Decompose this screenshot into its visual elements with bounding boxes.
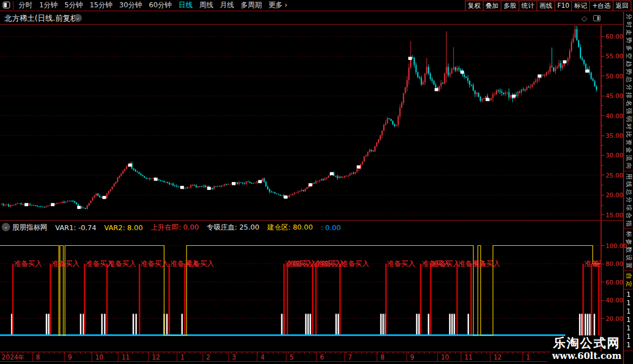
buy-signal-label: 准备买入 xyxy=(14,259,43,268)
month-marker xyxy=(51,203,55,207)
sidebar-item[interactable]: 1 xyxy=(624,333,633,341)
month-marker xyxy=(538,74,542,78)
month-marker xyxy=(154,178,158,181)
toolbar-button-1[interactable]: 叠加 xyxy=(483,1,501,11)
buy-signal-label: 准备买入 xyxy=(108,259,137,268)
month-label: 10 xyxy=(95,353,104,361)
buy-signal-label: 准备买入 xyxy=(387,259,416,268)
volume-signal-bar xyxy=(380,314,382,335)
indicator-chart[interactable]: 准备买入准备买入准备买入准备买入准备买入准备买入准备买入准备买入准备买入准备买入… xyxy=(0,234,601,352)
period-tab-5[interactable]: 60分钟 xyxy=(146,1,175,10)
volume-signal-bar xyxy=(418,314,420,335)
volume-signal-bar xyxy=(310,314,311,335)
sidebar-item[interactable]: 1 xyxy=(624,307,633,316)
month-marker xyxy=(25,203,29,207)
buy-signal-bar xyxy=(12,264,14,335)
month-marker xyxy=(330,172,334,175)
indicator-value-2: VAR2: 8.00 xyxy=(104,223,143,232)
period-tab-6[interactable]: 日线 xyxy=(175,1,196,10)
volume-signal-bar xyxy=(594,314,595,335)
period-tab-4[interactable]: 30分钟 xyxy=(116,1,146,10)
toolbar-button-0[interactable]: 复权 xyxy=(465,1,483,11)
toolbar-button-3[interactable]: 统计 xyxy=(519,1,537,11)
indicator-chevron-icon[interactable]: ⌄ xyxy=(2,223,10,231)
toolbar-button-4[interactable]: 画线 xyxy=(537,1,555,11)
panel-separator xyxy=(0,220,623,221)
indicator-value-3: 上升在即: 0.00 xyxy=(151,223,199,232)
sidebar-item[interactable]: 定 xyxy=(625,279,632,288)
month-marker xyxy=(486,98,490,101)
month-marker xyxy=(357,165,361,169)
price-minor-tick xyxy=(601,86,603,86)
period-tab-0[interactable]: 分时 xyxy=(15,1,36,10)
period-tab-3[interactable]: 15分钟 xyxy=(86,1,116,10)
price-minor-tick xyxy=(601,155,603,156)
toolbar-button-7[interactable]: +自选 xyxy=(589,1,613,11)
toolbar-button-5[interactable]: F10 xyxy=(555,1,572,11)
month-label: 9 xyxy=(68,353,72,361)
period-tab-9[interactable]: 多周期 xyxy=(238,1,266,10)
panel-toggle-icon[interactable] xyxy=(593,15,601,21)
buy-signal-label: 准备买入 xyxy=(141,259,169,268)
main-candlestick-chart[interactable] xyxy=(0,25,601,220)
sidebar-item[interactable]: 指 xyxy=(625,219,632,228)
buy-signal-label: 准备买入 xyxy=(288,259,317,268)
buy-signal-label: 准备买入 xyxy=(472,259,501,268)
buy-signal-bar xyxy=(430,264,432,335)
buy-signal-bar xyxy=(169,264,170,335)
month-marker xyxy=(309,183,313,186)
indicator-tick xyxy=(601,264,604,264)
period-tab-8[interactable]: 月线 xyxy=(217,1,238,10)
month-marker xyxy=(128,164,132,167)
month-marker xyxy=(258,180,262,184)
title-bar: 北方稀土(日线.前复权) ⌄ ◇ xyxy=(0,11,623,24)
price-minor-tick xyxy=(601,115,603,116)
title-separator xyxy=(0,24,623,25)
month-marker xyxy=(180,186,184,189)
period-tab-2[interactable]: 5分钟 xyxy=(61,1,86,10)
price-tick-label: 45.00 xyxy=(606,92,623,100)
toolbar-button-8[interactable]: 返回 xyxy=(613,1,631,11)
period-tab-10[interactable]: 更多 › xyxy=(265,1,291,10)
buy-signal-bar xyxy=(84,264,86,335)
period-tab-7[interactable]: 周线 xyxy=(196,1,217,10)
month-label: 11 xyxy=(122,353,130,361)
price-minor-tick xyxy=(601,56,603,57)
toolbar-button-6[interactable]: 标记 xyxy=(571,1,590,11)
sidebar-item[interactable]: 1 xyxy=(624,341,633,349)
volume-signal-bar xyxy=(452,314,453,335)
indicator-value-4: 专吸庄血: 25.00 xyxy=(207,223,259,232)
indicator-tick xyxy=(601,318,604,319)
candles-group xyxy=(1,25,597,209)
sidebar-item[interactable]: 置 xyxy=(625,261,632,270)
sidebar-item[interactable]: 1 xyxy=(624,316,633,324)
month-label: 12 xyxy=(152,353,160,361)
volume-signal-bar xyxy=(336,314,337,335)
volume-signal-bar xyxy=(587,314,589,335)
month-label: 4 xyxy=(260,353,264,361)
sidebar-item[interactable]: 1 xyxy=(624,291,633,299)
month-label: 8 xyxy=(36,353,40,361)
price-minor-tick xyxy=(601,185,603,185)
period-tab-1[interactable]: 1分钟 xyxy=(36,1,61,10)
volume-signal-bar xyxy=(305,314,307,335)
buy-signal-label: 准备买入 xyxy=(593,259,601,268)
buy-signal-bar xyxy=(315,264,317,335)
volume-signal-bar xyxy=(449,314,451,335)
date-axis[interactable]: 2024年891011121234567891011121 xyxy=(0,352,601,364)
month-label: 3 xyxy=(232,353,236,361)
price-minor-tick xyxy=(601,175,603,175)
chevron-down-icon[interactable]: ⌄ xyxy=(74,14,82,22)
volume-signal-bar xyxy=(454,314,455,335)
sidebar-item[interactable]: 1 xyxy=(624,299,633,307)
toolbar-button-2[interactable]: 多股 xyxy=(501,1,519,11)
volume-signal-bar xyxy=(136,314,137,335)
sidebar-item[interactable]: 1 xyxy=(624,324,633,333)
indicator-header: ⌄ 股朋指标网VAR1: -0.74VAR2: 8.00上升在即: 0.00专吸… xyxy=(0,222,601,233)
buy-signal-bar xyxy=(591,264,593,335)
month-label: 12 xyxy=(494,353,502,361)
layout-icon[interactable] xyxy=(3,2,10,8)
sidebar-item[interactable]: 向 xyxy=(625,161,632,170)
volume-signal-bar xyxy=(104,314,106,335)
price-axis-line xyxy=(601,25,602,352)
